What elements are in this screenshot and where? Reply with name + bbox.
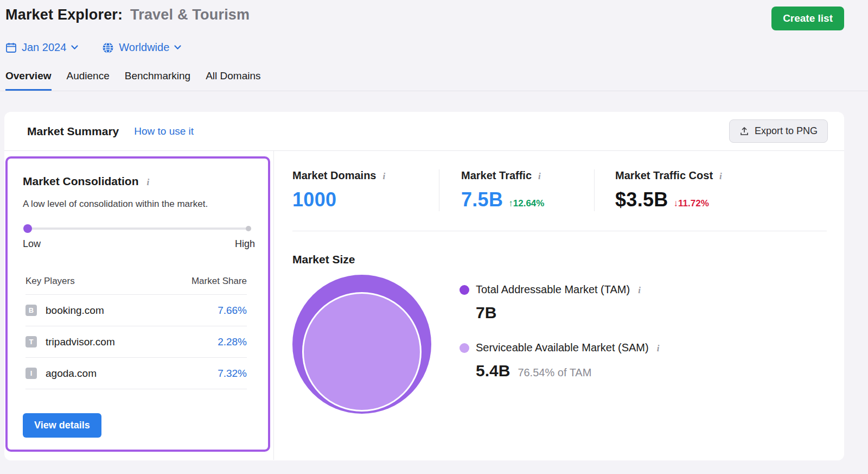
metric-market-traffic: Market Traffic i 7.5B ↑12.64% xyxy=(439,169,594,211)
site-favicon: B xyxy=(25,305,37,316)
card-header: Market Summary How to use it Export to P… xyxy=(4,112,844,151)
column-market-share: Market Share xyxy=(192,276,247,287)
tab-audience[interactable]: Audience xyxy=(67,67,110,91)
market-explorer-page: Market Explorer: Travel & Tourism Create… xyxy=(0,0,868,460)
market-share-value: 2.28% xyxy=(218,336,247,348)
sam-circle[interactable] xyxy=(302,292,422,412)
site-favicon: I xyxy=(25,368,37,379)
chevron-down-icon xyxy=(71,45,78,50)
market-size-legend: Total Addressable Market (TAM) i 7B Serv… xyxy=(459,283,661,431)
market-share-value: 7.66% xyxy=(218,305,247,317)
export-to-png-button[interactable]: Export to PNG xyxy=(729,119,828,143)
site-favicon: T xyxy=(25,336,37,347)
table-row[interactable]: I agoda.com 7.32% xyxy=(25,358,247,389)
page-title: Market Explorer: Travel & Tourism xyxy=(5,7,250,23)
how-to-use-link[interactable]: How to use it xyxy=(134,125,194,137)
tam-label: Total Addressable Market (TAM) xyxy=(476,283,630,296)
column-key-players: Key Players xyxy=(25,276,75,287)
domain-label: agoda.com xyxy=(46,368,97,380)
page-title-market: Travel & Tourism xyxy=(130,7,250,23)
market-summary-right-panel: Market Domains i 1000 Market Traffic i xyxy=(274,151,844,460)
tam-legend-dot xyxy=(459,285,469,295)
card-title: Market Summary xyxy=(27,125,119,138)
consolidation-title: Market Consolidation xyxy=(23,175,139,188)
info-icon[interactable]: i xyxy=(537,171,542,182)
region-selector-label: Worldwide xyxy=(119,41,169,54)
key-players-table: Key Players Market Share B booking.com 7… xyxy=(25,271,247,389)
chevron-down-icon xyxy=(174,45,181,50)
market-size-chart: Total Addressable Market (TAM) i 7B Serv… xyxy=(292,275,827,431)
date-selector-label: Jan 2024 xyxy=(22,41,66,54)
card-body: Market Consolidation i A low level of co… xyxy=(4,151,844,460)
tab-overview[interactable]: Overview xyxy=(5,67,52,91)
domain-label: tripadvisor.com xyxy=(46,336,115,348)
tam-value: 7B xyxy=(476,304,661,322)
slider-scale-labels: Low High xyxy=(23,238,255,250)
tab-benchmarking[interactable]: Benchmarking xyxy=(125,67,190,91)
scale-high-label: High xyxy=(235,238,255,250)
market-share-value: 7.32% xyxy=(218,368,247,380)
view-details-button[interactable]: View details xyxy=(23,413,101,438)
metric-change-positive: ↑12.64% xyxy=(508,198,544,209)
table-header: Key Players Market Share xyxy=(25,271,247,295)
market-summary-card: Market Summary How to use it Export to P… xyxy=(4,112,844,460)
metric-value[interactable]: 1000 xyxy=(292,188,336,211)
info-icon[interactable]: i xyxy=(381,171,387,182)
filters-row: Jan 2024 Worldwide xyxy=(0,30,868,54)
metric-change-negative: ↓11.72% xyxy=(674,198,709,209)
section-divider xyxy=(292,231,827,231)
metric-market-traffic-cost: Market Traffic Cost i $3.5B ↓11.72% xyxy=(595,169,827,211)
market-consolidation-panel: Market Consolidation i A low level of co… xyxy=(4,151,274,460)
sam-legend-dot xyxy=(459,343,469,353)
date-selector[interactable]: Jan 2024 xyxy=(5,41,78,54)
create-list-button[interactable]: Create list xyxy=(771,7,844,30)
tab-bar: Overview Audience Benchmarking All Domai… xyxy=(0,67,868,91)
consolidation-slider[interactable] xyxy=(25,224,250,233)
export-button-label: Export to PNG xyxy=(755,125,818,137)
sam-label: Serviceable Available Market (SAM) xyxy=(476,342,649,354)
slider-end-dot xyxy=(246,226,251,231)
region-selector[interactable]: Worldwide xyxy=(102,41,181,54)
metric-label: Market Traffic Cost xyxy=(615,169,713,182)
domain-label: booking.com xyxy=(46,305,104,317)
nested-circles-chart xyxy=(292,275,431,431)
calendar-icon xyxy=(5,42,17,53)
metric-label: Market Domains xyxy=(292,169,376,182)
metric-value[interactable]: 7.5B xyxy=(461,188,503,211)
legend-item-sam: Serviceable Available Market (SAM) i 5.4… xyxy=(459,342,661,380)
sam-percent-note: 76.54% of TAM xyxy=(518,366,591,379)
metrics-row: Market Domains i 1000 Market Traffic i xyxy=(292,169,827,211)
globe-icon xyxy=(102,42,114,54)
metric-value: $3.5B xyxy=(615,188,668,211)
table-row[interactable]: B booking.com 7.66% xyxy=(25,295,247,326)
scale-low-label: Low xyxy=(23,238,41,250)
slider-thumb xyxy=(23,224,32,233)
page-title-prefix: Market Explorer: xyxy=(5,7,123,23)
metric-market-domains: Market Domains i 1000 xyxy=(292,169,439,211)
info-icon[interactable]: i xyxy=(655,343,661,354)
table-row[interactable]: T tripadvisor.com 2.28% xyxy=(25,326,247,358)
metric-label: Market Traffic xyxy=(461,169,532,182)
market-size-title: Market Size xyxy=(292,253,827,266)
sam-value: 5.4B xyxy=(476,362,510,380)
legend-item-tam: Total Addressable Market (TAM) i 7B xyxy=(459,283,661,322)
page-header: Market Explorer: Travel & Tourism Create… xyxy=(0,0,868,30)
consolidation-description: A low level of consolidation within the … xyxy=(23,199,255,210)
info-icon[interactable]: i xyxy=(636,285,642,296)
info-icon[interactable]: i xyxy=(145,177,151,188)
slider-track xyxy=(25,227,250,230)
info-icon[interactable]: i xyxy=(718,171,724,182)
tab-all-domains[interactable]: All Domains xyxy=(206,67,260,91)
export-icon xyxy=(739,127,749,136)
